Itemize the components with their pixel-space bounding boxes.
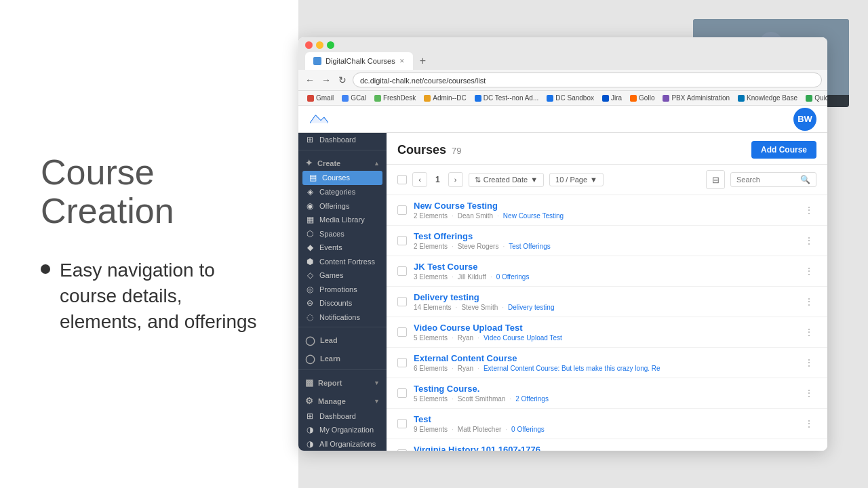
row-menu-button-5[interactable]: ⋮ [802,355,816,370]
row-menu-button-8[interactable]: ⋮ [802,447,816,451]
row-menu-button-3[interactable]: ⋮ [802,294,816,309]
row-checkbox-3[interactable] [397,297,407,306]
add-course-button[interactable]: Add Course [751,141,816,159]
sidebar-item-my-org[interactable]: ◑ My Organization [298,423,387,437]
maximize-button[interactable] [327,41,334,49]
logo-icon [309,113,328,126]
content-fortress-icon: ⬢ [305,257,315,266]
close-button[interactable] [305,41,313,49]
back-button[interactable]: ← [304,75,316,85]
bookmark-dc-sandbox[interactable]: DC Sandbox [543,93,597,103]
filter-icon: ⊟ [712,175,719,185]
sidebar-item-dashboard-top[interactable]: ⊞ Dashboard [298,133,387,147]
sidebar-divider-3 [298,369,387,370]
prev-page-button[interactable]: ‹ [412,172,427,187]
bookmark-pbx[interactable]: PBX Administration [659,93,733,103]
reload-button[interactable]: ↻ [336,75,349,85]
row-checkbox-5[interactable] [397,358,407,367]
course-name-1[interactable]: Test Offerings [414,231,795,241]
sidebar-item-events[interactable]: ◆ Events [298,241,387,255]
next-page-button[interactable]: › [448,172,463,187]
bookmark-favicon [806,95,812,102]
sidebar-section-lead[interactable]: ◯ Lead [298,330,387,348]
bookmark-dc-test[interactable]: DC Test--non Ad... [471,93,542,103]
row-checkbox-6[interactable] [397,388,407,398]
bookmark-knowledge[interactable]: Knowledge Base [734,93,801,103]
sidebar-item-discounts[interactable]: ⊖ Discounts [298,296,387,310]
row-checkbox-2[interactable] [397,266,407,276]
sidebar-section-manage[interactable]: ⚙ Manage ▼ [298,390,387,409]
sidebar-item-dashboard-manage[interactable]: ⊞ Dashboard [298,409,387,423]
row-menu-button-4[interactable]: ⋮ [802,325,816,340]
row-menu-button-7[interactable]: ⋮ [802,416,816,431]
tab-title: DigitalChalk Courses [326,57,395,65]
sidebar-item-media-library[interactable]: ▦ Media Library [298,213,387,227]
app-body: ⊞ Dashboard ✦ Create ▲ ▤ Courses ◈ Categ… [298,133,827,451]
forward-button[interactable]: → [320,75,332,85]
sidebar-item-categories[interactable]: ◈ Categories [298,185,387,199]
sidebar-item-courses[interactable]: ▤ Courses [302,171,382,185]
sidebar-section-learn[interactable]: ◯ Learn [298,348,387,367]
course-name-7[interactable]: Test [414,414,795,424]
pagination: ‹ 1 › [412,172,463,187]
sidebar-item-notifications[interactable]: ◌ Notifications [298,310,387,325]
row-checkbox-4[interactable] [397,327,407,337]
new-tab-button[interactable]: + [416,52,430,70]
course-name-3[interactable]: Delivery testing [414,292,795,302]
sidebar-item-games[interactable]: ◇ Games [298,268,387,283]
bookmark-gollo[interactable]: Gollo [627,93,658,103]
sidebar-item-content-fortress[interactable]: ⬢ Content Fortress [298,254,387,268]
courses-header: Courses 79 Add Course [387,133,827,165]
course-name-2[interactable]: JK Test Course [414,262,795,272]
table-row: Testing Course. 5 Elements · Scott Smith… [387,378,827,409]
filter-button[interactable]: ⊟ [706,170,725,189]
bookmark-quick-start[interactable]: Quick Start Guide [802,93,827,103]
games-icon: ◇ [305,270,315,280]
course-info-4: Video Course Upload Test 5 Elements · Ry… [414,323,795,342]
active-tab[interactable]: DigitalChalk Courses ✕ [305,52,413,70]
bookmark-gcal[interactable]: GCal [338,93,370,103]
per-page-chevron-icon: ▼ [590,176,597,184]
slide-bullets: Easy navigation to course details, eleme… [41,258,258,334]
row-menu-button-0[interactable]: ⋮ [802,203,816,218]
bookmark-admin[interactable]: Admin--DC [420,93,469,103]
per-page-dropdown[interactable]: 10 / Page ▼ [549,173,604,186]
table-row: Test 9 Elements · Matt Plotecher · 0 Off… [387,409,827,439]
bookmark-freshdeck[interactable]: FreshDesk [371,93,419,103]
row-menu-button-1[interactable]: ⋮ [802,233,816,248]
bookmark-favicon [475,95,481,102]
course-name-5[interactable]: External Content Course [414,353,795,363]
table-row: Virginia History 101 1607-1776 1 Element… [387,439,827,451]
promotions-icon: ◎ [305,285,315,294]
tab-close-icon[interactable]: ✕ [399,58,405,64]
bookmark-jira[interactable]: Jira [599,93,625,103]
course-name-0[interactable]: New Course Testing [414,201,795,211]
user-avatar[interactable]: BW [793,108,816,131]
bookmark-gmail[interactable]: Gmail [304,93,337,103]
course-meta-4: 5 Elements · Ryan · Video Course Upload … [414,334,795,342]
row-checkbox-8[interactable] [397,449,407,451]
row-menu-button-6[interactable]: ⋮ [802,386,816,401]
bookmark-favicon [738,95,745,102]
sidebar-item-offerings[interactable]: ◉ Offerings [298,199,387,213]
minimize-button[interactable] [316,41,323,49]
select-all-checkbox[interactable] [397,175,407,184]
course-name-8[interactable]: Virginia History 101 1607-1776 [414,445,795,451]
sidebar-section-report[interactable]: ▩ Report ▼ [298,372,387,390]
sidebar-item-all-orgs[interactable]: ◑ All Organizations [298,436,387,451]
table-row: Test Offerings 2 Elements · Steve Rogers… [387,226,827,256]
sidebar-item-promotions[interactable]: ◎ Promotions [298,283,387,297]
sort-dropdown[interactable]: ⇅ Created Date ▼ [469,173,544,187]
row-checkbox-0[interactable] [397,205,407,215]
sidebar-item-spaces[interactable]: ⬡ Spaces [298,226,387,241]
current-page: 1 [430,174,446,186]
search-button[interactable]: 🔍 [800,175,810,184]
row-menu-button-2[interactable]: ⋮ [802,264,816,279]
search-input[interactable] [736,176,797,184]
row-checkbox-1[interactable] [397,236,407,245]
course-name-4[interactable]: Video Course Upload Test [414,323,795,333]
course-name-6[interactable]: Testing Course. [414,384,795,394]
address-bar[interactable]: dc.digital-chalk.net/course/courses/list [353,73,822,87]
sidebar-section-create[interactable]: ✦ Create ▲ [298,152,387,171]
row-checkbox-7[interactable] [397,419,407,428]
